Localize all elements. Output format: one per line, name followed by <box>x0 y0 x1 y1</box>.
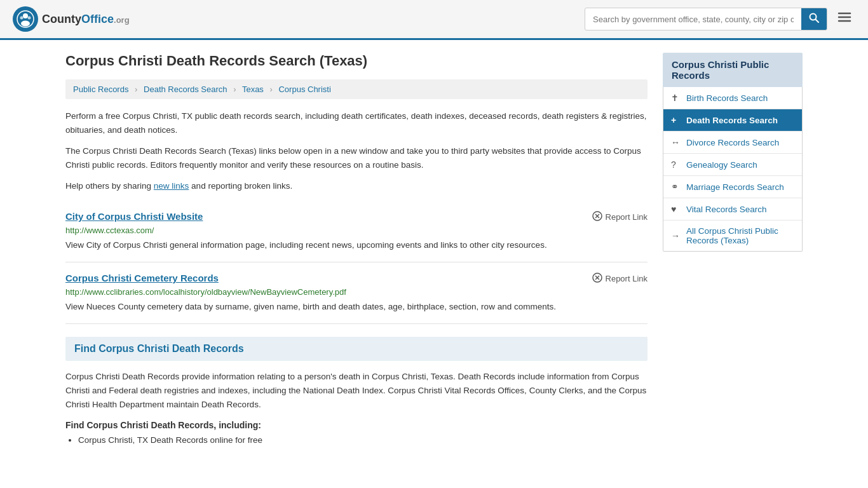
report-link-1[interactable]: Report Link <box>592 211 648 223</box>
link-card-1-desc: View City of Corpus Christi general info… <box>65 239 648 252</box>
svg-point-3 <box>20 17 24 20</box>
section-header: Find Corpus Christi Death Records <box>65 337 648 361</box>
sidebar-item-marriage-records[interactable]: ⚭ Marriage Records Search <box>663 176 802 198</box>
sidebar-item-vital-records-label: Vital Records Search <box>686 205 767 214</box>
svg-point-1 <box>23 13 28 18</box>
logo-text: CountyOffice.org <box>42 13 130 26</box>
logo-area: CountyOffice.org <box>13 6 130 32</box>
sidebar: Corpus Christi Public Records ✝ Birth Re… <box>663 53 803 447</box>
vital-records-icon: ♥ <box>671 204 681 214</box>
intro-paragraph-2: The Corpus Christi Death Records Search … <box>65 144 648 172</box>
genealogy-icon: ? <box>671 159 681 170</box>
breadcrumb-corpus-christi[interactable]: Corpus Christi <box>278 85 330 94</box>
site-header: CountyOffice.org <box>0 0 868 40</box>
header-right <box>585 6 855 32</box>
report-label-2: Report Link <box>606 274 648 283</box>
link-card-1: City of Corpus Christi Website Report Li… <box>65 201 648 262</box>
intro-paragraph-1: Perform a free Corpus Christi, TX public… <box>65 109 648 137</box>
sidebar-item-birth-records-label: Birth Records Search <box>686 93 768 103</box>
birth-records-icon: ✝ <box>671 93 681 103</box>
help-text: Help others by sharing new links and rep… <box>65 179 648 193</box>
all-records-icon: → <box>671 231 681 241</box>
link-card-1-title[interactable]: City of Corpus Christi Website <box>65 211 203 222</box>
sidebar-item-divorce-records[interactable]: ↔ Divorce Records Search <box>663 132 802 154</box>
link-card-2-desc: View Nueces County cemetery data by surn… <box>65 301 648 313</box>
section-body: Corpus Christi Death Records provide inf… <box>65 370 648 411</box>
report-icon-1 <box>592 211 602 223</box>
link-card-2: Corpus Christi Cemetery Records Report L… <box>65 262 648 324</box>
report-link-2[interactable]: Report Link <box>592 273 648 285</box>
search-bar <box>585 8 827 30</box>
link-card-2-title[interactable]: Corpus Christi Cemetery Records <box>65 273 219 283</box>
sidebar-item-genealogy[interactable]: ? Genealogy Search <box>663 154 802 176</box>
link-card-1-url[interactable]: http://www.cctexas.com/ <box>65 226 648 235</box>
divorce-records-icon: ↔ <box>671 137 681 147</box>
svg-point-4 <box>28 17 31 20</box>
breadcrumb-texas[interactable]: Texas <box>242 85 264 94</box>
sidebar-item-genealogy-label: Genealogy Search <box>686 160 757 170</box>
report-icon-2 <box>592 273 602 285</box>
main-container: Corpus Christi Death Records Search (Tex… <box>53 40 815 460</box>
breadcrumb-public-records[interactable]: Public Records <box>73 85 128 94</box>
marriage-records-icon: ⚭ <box>671 182 681 192</box>
sidebar-item-vital-records[interactable]: ♥ Vital Records Search <box>663 198 802 220</box>
sidebar-list: ✝ Birth Records Search + Death Records S… <box>663 87 803 252</box>
section-subheader: Find Corpus Christi Death Records, inclu… <box>65 420 648 430</box>
menu-icon[interactable] <box>834 6 855 32</box>
breadcrumb-sep-3: › <box>270 85 273 94</box>
death-records-icon: + <box>671 115 681 125</box>
sidebar-item-divorce-records-label: Divorce Records Search <box>686 138 779 147</box>
link-cards: City of Corpus Christi Website Report Li… <box>65 201 648 325</box>
sidebar-item-death-records[interactable]: + Death Records Search <box>663 109 802 132</box>
search-input[interactable] <box>585 10 801 29</box>
sidebar-item-marriage-records-label: Marriage Records Search <box>686 182 784 192</box>
breadcrumb-sep-1: › <box>135 85 137 94</box>
svg-point-2 <box>21 21 30 27</box>
sidebar-item-death-records-label: Death Records Search <box>686 116 778 125</box>
breadcrumb: Public Records › Death Records Search › … <box>65 79 648 99</box>
breadcrumb-sep-2: › <box>233 85 236 94</box>
breadcrumb-death-records[interactable]: Death Records Search <box>144 85 227 94</box>
section-list: Corpus Christi, TX Death Records online … <box>65 435 648 445</box>
new-links-link[interactable]: new links <box>154 181 189 191</box>
svg-line-6 <box>816 20 819 23</box>
main-content: Corpus Christi Death Records Search (Tex… <box>65 53 648 447</box>
link-card-2-url[interactable]: http://www.cclibraries.com/localhistory/… <box>65 287 648 297</box>
sidebar-item-all-records[interactable]: → All Corpus Christi Public Records (Tex… <box>663 220 802 251</box>
sidebar-title: Corpus Christi Public Records <box>663 53 803 87</box>
page-title: Corpus Christi Death Records Search (Tex… <box>65 53 648 69</box>
sidebar-item-birth-records[interactable]: ✝ Birth Records Search <box>663 87 802 109</box>
sidebar-item-all-records-label: All Corpus Christi Public Records (Texas… <box>686 226 794 245</box>
search-button[interactable] <box>801 8 827 30</box>
section-list-item-1: Corpus Christi, TX Death Records online … <box>78 435 648 445</box>
report-label-1: Report Link <box>606 212 648 222</box>
logo-icon <box>13 6 38 32</box>
